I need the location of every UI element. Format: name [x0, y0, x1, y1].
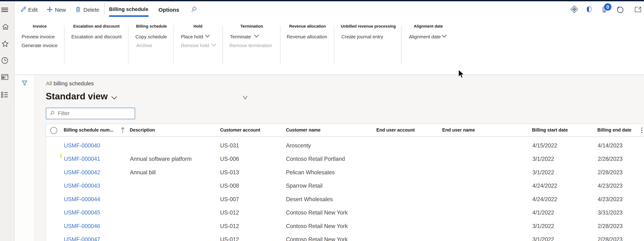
svg-text:0: 0: [606, 4, 609, 10]
